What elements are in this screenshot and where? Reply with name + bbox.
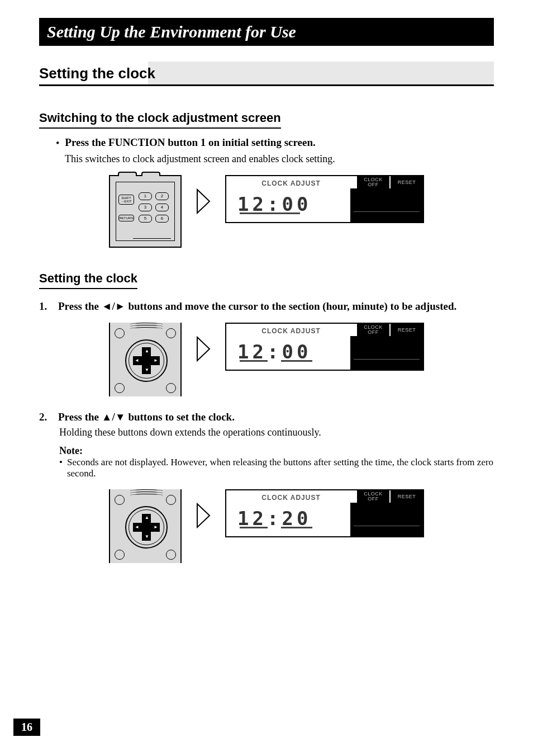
lcd-reset-button: RESET xyxy=(389,324,423,336)
subheading-setting: Setting the clock xyxy=(39,271,137,289)
dpad-up-icon: ▲ xyxy=(145,349,149,353)
figure-row-2: ▲ ▼ ◄ ► CLOCK ADJUST CLOCK OFF RESET 12:… xyxy=(39,323,494,396)
dpad-right-icon: ► xyxy=(154,358,158,363)
subheading-switching: Switching to the clock adjustment screen xyxy=(39,111,281,129)
keypad-shift-button: SHIFT →EXIT xyxy=(118,195,134,205)
keypad-key-1: 1 xyxy=(139,192,152,200)
step-2-text: Press the ▲/▼ buttons to set the clock. xyxy=(58,411,235,423)
lcd-clock-off-button: CLOCK OFF xyxy=(356,324,389,336)
dpad-right-icon: ► xyxy=(154,525,158,530)
figure-row-3: ▲ ▼ ◄ ► CLOCK ADJUST CLOCK OFF RESET 12:… xyxy=(39,489,494,563)
lcd-cursor-hour xyxy=(240,360,268,362)
dpad-figure: ▲ ▼ ◄ ► xyxy=(109,489,182,563)
lcd-dark-panel xyxy=(350,503,423,536)
lcd-time-1: 12:00 xyxy=(237,193,311,215)
arrow-icon xyxy=(195,502,212,530)
lcd-screen-3: CLOCK ADJUST CLOCK OFF RESET 12:20 xyxy=(225,489,424,537)
lcd-reset-button: RESET xyxy=(389,176,423,188)
lcd-label: CLOCK ADJUST xyxy=(226,490,356,504)
keypad-key-4: 4 xyxy=(155,204,169,211)
page-number: 16 xyxy=(13,719,40,736)
keypad-key-2: 2 xyxy=(155,192,169,200)
lcd-cursor-minute xyxy=(281,527,312,528)
note-text: Seconds are not displayed. However, when… xyxy=(67,457,494,479)
arrow-icon xyxy=(195,187,212,215)
dpad-down-icon: ▼ xyxy=(145,535,149,539)
dpad-left-icon: ◄ xyxy=(135,525,139,530)
arrow-icon xyxy=(195,335,212,363)
keypad-figure: SHIFT →EXIT RETURN 1 2 3 4 5 6 xyxy=(109,175,182,248)
lcd-label: CLOCK ADJUST xyxy=(226,324,356,337)
keypad-key-6: 6 xyxy=(155,215,169,223)
lcd-screen-1: CLOCK ADJUST CLOCK OFF RESET 12:00 xyxy=(225,175,424,223)
instruction-bold-1: Press the FUNCTION button 1 on initial s… xyxy=(65,136,315,150)
note-bullet-icon: • xyxy=(59,457,63,479)
lcd-cursor-underline xyxy=(240,212,300,214)
lcd-clock-off-button: CLOCK OFF xyxy=(356,490,389,503)
bullet-icon: • xyxy=(56,136,59,150)
lcd-label: CLOCK ADJUST xyxy=(226,176,356,190)
lcd-screen-2: CLOCK ADJUST CLOCK OFF RESET 12:00 xyxy=(225,323,424,371)
step-2-desc: Holding these buttons down extends the o… xyxy=(59,427,494,438)
lcd-time-3: 12:20 xyxy=(237,507,311,530)
svg-marker-2 xyxy=(197,504,210,527)
keypad-key-3: 3 xyxy=(139,204,152,211)
instruction-desc-1: This switches to clock adjustment screen… xyxy=(65,153,494,165)
dpad-up-icon: ▲ xyxy=(145,516,149,520)
lcd-dark-panel xyxy=(350,188,423,222)
chapter-title: Setting Up the Environment for Use xyxy=(39,18,494,46)
lcd-cursor-hour xyxy=(240,527,268,528)
lcd-dark-panel xyxy=(350,336,423,370)
section-heading: Setting the clock xyxy=(39,62,494,86)
svg-marker-0 xyxy=(197,190,210,213)
lcd-time-2: 12:00 xyxy=(237,341,311,363)
dpad-down-icon: ▼ xyxy=(145,368,149,372)
keypad-return-button: RETURN xyxy=(118,215,134,221)
lcd-reset-button: RESET xyxy=(389,490,423,503)
dpad-left-icon: ◄ xyxy=(135,358,139,363)
keypad-key-5: 5 xyxy=(139,215,152,223)
lcd-cursor-minute xyxy=(281,360,312,362)
step-number-1: 1. xyxy=(39,300,51,313)
dpad-figure: ▲ ▼ ◄ ► xyxy=(109,323,182,396)
figure-row-1: SHIFT →EXIT RETURN 1 2 3 4 5 6 CLOC xyxy=(39,175,494,248)
svg-marker-1 xyxy=(197,337,210,361)
note-label: Note: xyxy=(59,445,494,457)
step-number-2: 2. xyxy=(39,411,51,423)
lcd-clock-off-button: CLOCK OFF xyxy=(356,176,389,188)
step-1-text: Press the ◄/► buttons and move the curso… xyxy=(58,300,456,312)
